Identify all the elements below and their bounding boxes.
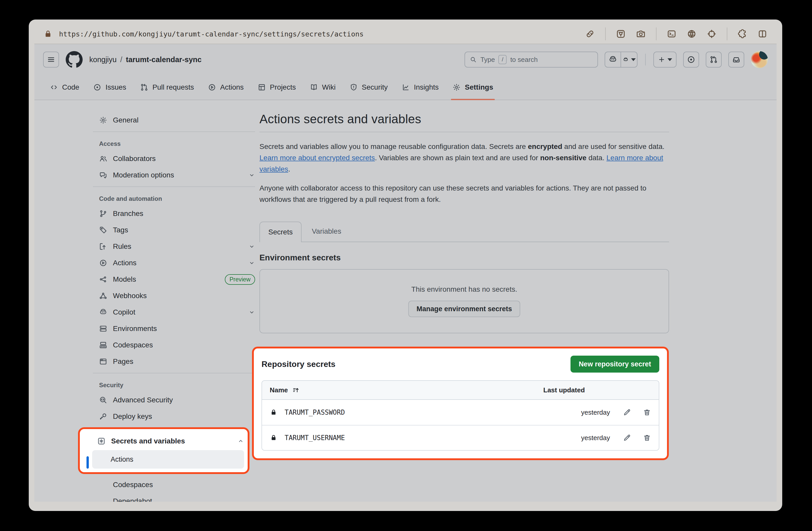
toolbar-separator xyxy=(656,28,656,40)
inbox-icon xyxy=(732,56,740,64)
issues-dashboard-button[interactable] xyxy=(683,52,699,68)
camera-icon[interactable] xyxy=(636,29,646,39)
github-logo[interactable] xyxy=(66,51,83,68)
git-pull-request-icon xyxy=(710,56,718,64)
sidebar-item-copilot[interactable]: Copilot xyxy=(99,304,255,320)
git-pull-request-icon xyxy=(140,83,148,91)
sidebar-item-branches[interactable]: Branches xyxy=(99,205,255,222)
chevron-down-icon xyxy=(248,260,255,266)
edit-pencil-icon[interactable] xyxy=(623,434,631,442)
tab-security[interactable]: Security xyxy=(344,75,393,100)
sidebar-item-codespaces[interactable]: Codespaces xyxy=(99,337,255,353)
page-title: Actions secrets and variables xyxy=(259,112,669,126)
hamburger-menu-button[interactable] xyxy=(43,52,59,68)
manage-environment-secrets-button[interactable]: Manage environment secrets xyxy=(408,301,520,317)
chevron-down-icon xyxy=(248,309,255,316)
header-separator xyxy=(645,54,646,66)
inbox-button[interactable] xyxy=(728,52,744,68)
copilot-icon xyxy=(608,55,617,64)
github-header: kongjiyu / tarumt-calendar-sync Type / t… xyxy=(34,44,777,75)
copilot-icon xyxy=(99,308,107,316)
terminal-icon[interactable] xyxy=(667,29,677,39)
copilot-menu-button[interactable] xyxy=(621,52,637,68)
sidebar-item-codespaces-security[interactable]: Codespaces xyxy=(99,476,255,493)
play-icon xyxy=(208,83,216,91)
sidebar-item-tags[interactable]: Tags xyxy=(99,222,255,238)
delete-trash-icon[interactable] xyxy=(643,434,651,442)
tab-projects[interactable]: Projects xyxy=(252,75,301,100)
codespaces-icon xyxy=(99,341,107,349)
create-new-button[interactable] xyxy=(653,52,677,68)
sidebar-item-webhooks[interactable]: Webhooks xyxy=(99,288,255,304)
crosshair-icon[interactable] xyxy=(707,29,716,39)
edit-pencil-icon[interactable] xyxy=(623,408,631,416)
tab-code[interactable]: Code xyxy=(45,75,84,100)
new-repository-secret-button[interactable]: New repository secret xyxy=(570,356,659,373)
toolbar-separator xyxy=(605,28,606,40)
tab-insights[interactable]: Insights xyxy=(396,75,444,100)
sidebar-item-actions[interactable]: Actions xyxy=(99,255,255,271)
column-name: Name xyxy=(270,386,288,394)
globe-icon[interactable] xyxy=(687,29,697,39)
sidebar-item-models[interactable]: Models Preview xyxy=(99,271,255,288)
sidebar-item-advanced-security[interactable]: Advanced Security xyxy=(99,392,255,408)
tab-actions[interactable]: Actions xyxy=(203,75,249,100)
split-view-icon[interactable] xyxy=(758,29,767,39)
sidebar-item-moderation-options[interactable]: Moderation options xyxy=(99,167,255,183)
environment-secrets-heading: Environment secrets xyxy=(259,253,669,262)
settings-sidebar: General Access Collaborators Moderation … xyxy=(99,112,255,502)
git-branch-icon xyxy=(99,210,107,218)
sidebar-section-security: Security xyxy=(99,376,255,392)
table-row-secret: TARUMT_USERNAME yesterday xyxy=(262,425,659,450)
github-page: kongjiyu / tarumt-calendar-sync Type / t… xyxy=(34,44,777,502)
sidebar-item-collaborators[interactable]: Collaborators xyxy=(99,150,255,167)
breadcrumb-repo[interactable]: tarumt-calendar-sync xyxy=(126,56,201,64)
user-avatar[interactable] xyxy=(751,51,768,68)
caret-down-icon xyxy=(668,58,672,61)
tab-secrets[interactable]: Secrets xyxy=(259,221,302,242)
repo-nav: Code Issues Pull requests Actions Projec… xyxy=(34,75,777,100)
shield-icon xyxy=(350,83,358,91)
pull-requests-button[interactable] xyxy=(706,52,722,68)
search-input[interactable]: Type / to search xyxy=(465,52,598,68)
extension-image-icon[interactable] xyxy=(616,29,626,39)
tab-issues[interactable]: Issues xyxy=(88,75,131,100)
sidebar-item-secrets-and-variables[interactable]: Secrets and variables xyxy=(97,432,244,450)
puzzle-icon[interactable] xyxy=(738,29,747,39)
table-row-secret: TARUMT_PASSWORD yesterday xyxy=(262,400,659,425)
sidebar-item-dependabot[interactable]: Dependabot xyxy=(99,493,255,502)
repository-secrets-heading: Repository secrets xyxy=(262,359,570,369)
search-placeholder: to search xyxy=(510,56,538,64)
environment-secrets-box: This environment has no secrets. Manage … xyxy=(259,269,669,333)
sort-ascending-icon[interactable] xyxy=(292,386,300,394)
delete-trash-icon[interactable] xyxy=(643,408,651,416)
slash-key-hint: / xyxy=(498,55,507,64)
copilot-small-icon xyxy=(622,56,629,63)
toolbar-separator xyxy=(727,28,727,40)
sidebar-item-deploy-keys[interactable]: Deploy keys xyxy=(99,408,255,425)
link-icon[interactable] xyxy=(585,29,595,39)
code-icon xyxy=(50,83,58,91)
sidebar-item-rules[interactable]: Rules xyxy=(99,238,255,255)
server-icon xyxy=(99,325,107,333)
tab-variables[interactable]: Variables xyxy=(302,221,352,242)
sidebar-item-general[interactable]: General xyxy=(99,112,255,128)
tab-pull-requests[interactable]: Pull requests xyxy=(135,75,199,100)
link-encrypted-secrets[interactable]: Learn more about encrypted secrets xyxy=(259,154,375,162)
preview-badge: Preview xyxy=(225,274,255,285)
sidebar-item-pages[interactable]: Pages xyxy=(99,353,255,370)
sidebar-section-code-automation: Code and automation xyxy=(99,190,255,205)
chevron-down-icon xyxy=(248,243,255,250)
book-icon xyxy=(310,83,318,91)
tag-icon xyxy=(99,226,107,234)
sidebar-item-environments[interactable]: Environments xyxy=(99,320,255,337)
copilot-button[interactable] xyxy=(605,52,621,68)
lock-icon xyxy=(44,30,52,38)
tab-wiki[interactable]: Wiki xyxy=(305,75,341,100)
tab-settings[interactable]: Settings xyxy=(447,75,498,100)
selected-indicator-bar xyxy=(86,456,89,469)
sidebar-subitem-actions-selected[interactable]: Actions xyxy=(92,450,244,469)
browser-url-bar[interactable]: https://github.com/kongjiyu/tarumt-calen… xyxy=(34,24,777,44)
url-text[interactable]: https://github.com/kongjiyu/tarumt-calen… xyxy=(59,30,585,38)
breadcrumb-owner[interactable]: kongjiyu xyxy=(89,56,117,64)
